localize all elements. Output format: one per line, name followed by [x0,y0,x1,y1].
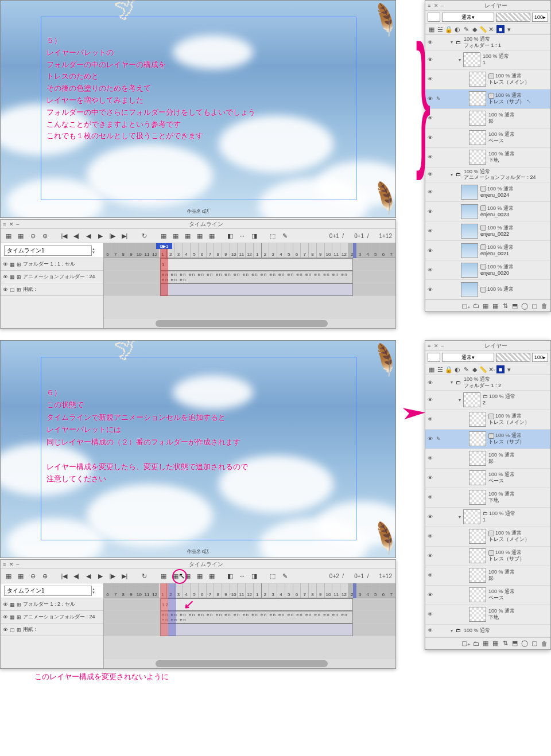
tl-tool-icon[interactable]: ▦ [183,231,192,240]
ruler-icon[interactable]: 📏 [479,365,487,373]
loop-icon[interactable]: ↻ [139,231,149,240]
tl-tool-icon[interactable]: ▦ [195,571,204,580]
layer-row[interactable]: 👁100 % 通常トレス（メイン） [425,527,550,547]
updown-icon[interactable]: ▲▼ [92,247,100,254]
eye-icon[interactable]: 👁 [425,475,434,481]
layer-row[interactable]: 👁▾🗀100 % 通常フォルダー 1 : 1 [425,35,550,50]
lock-icon[interactable]: 🔒 [445,365,453,373]
layer-row[interactable]: 👁100 % 通常ベース [425,128,550,148]
timeline-track[interactable] [104,623,395,636]
play-icon[interactable]: ▶ [96,571,105,580]
edit-icon[interactable]: ✎ [434,96,443,102]
paper-clip[interactable] [160,623,353,636]
play-back-icon[interactable]: ◀ [84,571,93,580]
layer-row[interactable]: 👁100 % 通常enjeru_0021 [425,241,550,260]
zoom-in-icon[interactable]: ⊕ [40,231,49,240]
menu-icon[interactable]: ≡ [428,343,430,349]
updown-icon[interactable]: ▲▼ [92,587,100,594]
layer-row[interactable]: 👁100 % 通常下地 [425,148,550,167]
tl-tool-icon[interactable]: ✎ [280,231,289,240]
layer-row[interactable]: 👁100 % 通常enjeru_0023 [425,202,550,221]
playhead-label[interactable]: 0▶1 [156,243,172,249]
tl-tool-icon[interactable]: ▦ [171,231,180,240]
layer-row[interactable]: 👁100 % 通常下地 [425,605,550,625]
tl-icon[interactable]: ▦ [16,571,25,580]
new-folder-icon[interactable]: 🗀 [472,302,480,310]
mask-icon[interactable]: ◯ [521,302,529,310]
timeline-track[interactable]: 1 2 ↙ [104,598,395,611]
layer-row[interactable]: 👁100 % 通常enjeru_0024 [425,182,550,202]
dropdown-icon[interactable]: ▾ [505,365,513,373]
zoom-out-icon[interactable]: ⊖ [28,231,37,240]
merge-icon[interactable]: ⬒ [511,640,519,648]
new-layer-icon[interactable]: ▢₊ [462,640,470,648]
tool-icon[interactable]: ☱ [436,365,444,373]
blend-mode-select[interactable]: 通常 ▾ [442,13,494,22]
expand-icon[interactable]: ⊞ [17,614,21,620]
expand-icon[interactable]: ⊞ [17,627,21,633]
close-icon[interactable]: ✕ [434,343,439,349]
timeline-name-select[interactable]: タイムライン1 [4,586,92,596]
eye-icon[interactable]: 👁 [425,287,434,293]
tl-tool-icon[interactable]: ⬚ [268,571,277,580]
tool-icon[interactable]: ✎ [462,25,470,33]
timeline-track[interactable]: en en en en en en en en en en en en en e… [104,611,395,623]
paper-clip[interactable] [160,283,353,296]
new-layer-icon[interactable]: ▢₊ [462,302,470,310]
menu-icon[interactable]: ≡ [3,221,6,227]
color-button[interactable]: ■ [496,365,505,373]
layer-row[interactable]: 👁✎100 % 通常トレス（サブ） [425,430,550,449]
layer-row[interactable]: 👁100 % 通常enjeru_0020 [425,260,550,280]
eye-icon[interactable]: 👁 [425,494,434,500]
layer-row[interactable]: 👁100 % 通常影 [425,566,550,586]
opacity-slider[interactable] [496,353,530,362]
opacity-value[interactable]: 100▸ [532,353,548,362]
tl-icon[interactable]: ▦ [4,571,13,580]
prev-frame-icon[interactable]: ◀| [72,231,81,240]
tool-icon[interactable]: ▦ [491,302,499,310]
layer-row[interactable]: 👁▾🗀100 % 通常2 [425,391,550,410]
chevron-down-icon[interactable]: ▾ [459,515,461,520]
opacity-slider[interactable] [496,13,530,22]
eye-icon[interactable]: 👁 [425,553,434,559]
canvas-area-2[interactable]: 🕊 🪶 🪶 作品名 0話 ６） この状態で タイムラインで新規アニメーションセル… [0,340,396,558]
tl-tool-icon[interactable]: ▦ [207,571,216,580]
timeline-tracks-area[interactable]: 6789101112123456789101112123456789101112… [104,583,395,668]
tool-icon[interactable]: ◐ [453,365,461,373]
color-button[interactable]: ■ [496,25,505,33]
eye-icon[interactable]: 👁 [3,287,8,293]
loop-icon[interactable]: ↻ [139,571,149,580]
track-label[interactable]: 👁▦⊞アニメーションフォルダー : 24 [1,271,103,283]
menu-icon[interactable]: ≡ [3,562,6,567]
eye-icon[interactable]: 👁 [3,602,8,607]
tl-tool-icon[interactable]: ↔ [238,571,247,580]
prev-frame-icon[interactable]: ◀| [72,571,81,580]
eye-icon[interactable]: 👁 [425,572,434,578]
eye-icon[interactable]: 👁 [425,267,434,273]
tool-icon[interactable]: ◆ [471,365,479,373]
tool-icon[interactable]: ✕◦ [488,25,496,33]
layer-row[interactable]: 👁▾100 % 通常1 [425,50,550,70]
layer-row[interactable]: 👁▾🗀100 % 通常フォルダー 1 : 2 [425,375,550,391]
tl-tool-icon[interactable]: ◨ [250,231,259,240]
tool-icon[interactable]: ▦ [482,302,490,310]
layer-row[interactable]: 👁▾🗀100 % 通常 [425,625,550,637]
eye-icon[interactable]: 👁 [425,592,434,598]
scrollbar-thumb[interactable] [156,320,328,327]
layer-row[interactable]: 👁100 % 通常 [425,280,550,299]
blend-mode-select[interactable]: 通常 ▾ [442,353,494,362]
tool-icon[interactable]: ☱ [436,25,444,33]
layer-row[interactable]: 👁▾🗀100 % 通常アニメーションフォルダー : 24 [425,167,550,183]
tool-icon[interactable]: ▢ [530,640,538,648]
transfer-icon[interactable]: ⇅ [501,640,509,648]
first-frame-icon[interactable]: |◀ [60,571,69,580]
tl-tool-icon[interactable]: ↔ [238,231,247,240]
chevron-down-icon[interactable]: ▾ [451,172,453,177]
menu-icon[interactable]: ≡ [428,3,430,9]
zoom-out-icon[interactable]: ⊖ [28,571,37,580]
timeline-name-select[interactable]: タイムライン1 [4,245,92,256]
eye-icon[interactable]: 👁 [3,262,8,267]
track-label[interactable]: 👁▢⊞用紙 : [1,283,103,296]
next-frame-icon[interactable]: |▶ [108,231,117,240]
eye-icon[interactable]: 👁 [425,228,434,234]
